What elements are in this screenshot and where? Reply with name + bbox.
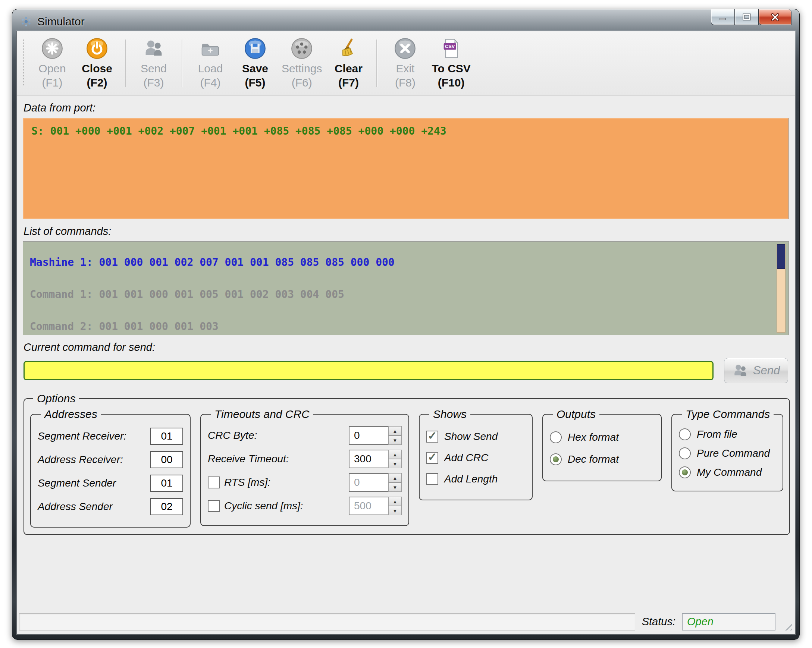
titlebar[interactable]: Simulator: [17, 9, 795, 31]
pure-command-label: Pure Command: [697, 447, 770, 459]
toolbar-tocsv-key: (F10): [438, 76, 465, 90]
spinner-down-button[interactable]: [388, 436, 402, 445]
my-command-radio[interactable]: [679, 467, 691, 478]
crc-byte-spinner: 0: [349, 426, 402, 445]
toolbar-exit-key: (F8): [395, 76, 415, 90]
receive-timeout-label: Receive Timeout:: [208, 453, 289, 465]
receive-timeout-value[interactable]: 300: [349, 450, 388, 468]
address-receiver-input[interactable]: [150, 451, 183, 468]
command-list[interactable]: Mashine 1: 001 000 001 002 007 001 001 0…: [23, 241, 789, 335]
segment-sender-input[interactable]: [150, 475, 183, 492]
current-command-label: Current command for send:: [23, 341, 788, 354]
rts-value[interactable]: 0: [349, 473, 388, 492]
my-command-label: My Command: [697, 467, 762, 478]
address-receiver-label: Address Receiver:: [38, 454, 123, 466]
status-value-field: Open: [682, 613, 775, 630]
segment-receiver-label: Segment Receiver:: [38, 430, 127, 442]
simulator-window: Simulator: [12, 9, 800, 640]
shows-group: Shows Show Send Add CRC Add Length: [419, 408, 533, 500]
close-button[interactable]: [759, 9, 792, 25]
rts-checkbox[interactable]: [208, 476, 220, 488]
add-crc-label: Add CRC: [444, 452, 488, 464]
toolbar-gripper[interactable]: [23, 40, 24, 87]
maximize-button[interactable]: [735, 9, 759, 25]
cyclic-send-checkbox[interactable]: [208, 500, 220, 512]
data-from-port-view[interactable]: S: 001 +000 +001 +002 +007 +001 +001 +08…: [23, 118, 789, 219]
list-scrollbar[interactable]: [777, 244, 786, 332]
show-send-label: Show Send: [444, 431, 498, 442]
send-row: Send: [23, 358, 788, 383]
data-from-port-text: S: 001 +000 +001 +002 +007 +001 +001 +08…: [31, 125, 446, 137]
rts-spinner: 0: [349, 473, 402, 492]
crc-byte-value[interactable]: 0: [349, 426, 388, 445]
toolbar-button-load[interactable]: Load (F4): [189, 37, 232, 90]
toolbar: Open (F1) Close (F2): [17, 31, 795, 96]
type-commands-group: Type Commands From file Pure Command My …: [672, 408, 783, 491]
pure-command-row: Pure Command: [679, 447, 776, 459]
spinner-up-button[interactable]: [388, 450, 402, 459]
options-legend: Options: [33, 392, 79, 405]
csv-file-icon: CSV: [440, 37, 462, 59]
dec-format-radio[interactable]: [550, 453, 562, 465]
window-title: Simulator: [37, 15, 85, 28]
client-area: Open (F1) Close (F2): [17, 31, 795, 634]
command-list-item[interactable]: Mashine 1: 001 000 001 002 007 001 001 0…: [30, 246, 768, 278]
toolbar-button-settings[interactable]: Settings (F6): [279, 37, 325, 90]
close-icon: [770, 13, 780, 21]
from-file-radio[interactable]: [679, 428, 691, 440]
toolbar-button-clear[interactable]: Clear (F7): [327, 37, 369, 90]
list-scrollbar-thumb[interactable]: [777, 244, 785, 269]
toolbar-tocsv-label: To CSV: [432, 62, 470, 75]
spinner-up-button[interactable]: [388, 497, 402, 506]
toolbar-button-close[interactable]: Close (F2): [76, 37, 118, 90]
toolbar-separator: [376, 40, 377, 87]
add-length-label: Add Length: [444, 473, 498, 485]
minimize-button[interactable]: [711, 9, 735, 25]
toolbar-open-label: Open: [38, 62, 66, 75]
pure-command-radio[interactable]: [679, 447, 691, 459]
spinner-up-button[interactable]: [388, 426, 402, 436]
address-sender-input[interactable]: [150, 498, 183, 515]
toolbar-button-send[interactable]: Send (F3): [133, 37, 175, 90]
type-commands-legend: Type Commands: [682, 408, 774, 421]
caption-buttons: [711, 9, 792, 25]
add-length-checkbox[interactable]: [426, 473, 438, 485]
toolbar-button-open[interactable]: Open (F1): [31, 37, 73, 90]
shows-legend: Shows: [429, 408, 470, 421]
timeouts-crc-legend: Timeouts and CRC: [211, 408, 313, 421]
toolbar-send-label: Send: [140, 62, 167, 75]
send-button[interactable]: Send: [724, 358, 788, 383]
command-list-item[interactable]: Command 1: 001 001 000 001 005 001 002 0…: [30, 278, 768, 310]
show-send-checkbox[interactable]: [426, 431, 438, 442]
resize-grip[interactable]: [782, 621, 792, 630]
from-file-label: From file: [697, 428, 737, 440]
send-people-icon: [732, 362, 749, 379]
add-crc-row: Add CRC: [426, 452, 525, 464]
send-button-label: Send: [753, 364, 780, 377]
add-crc-checkbox[interactable]: [426, 452, 438, 464]
toolbar-button-to-csv[interactable]: CSV To CSV (F10): [429, 37, 473, 90]
command-list-item[interactable]: Command 2: 001 001 000 001 003: [30, 310, 768, 335]
spinner-down-button[interactable]: [388, 482, 402, 492]
spinner-up-button[interactable]: [388, 473, 402, 482]
toolbar-save-label: Save: [242, 62, 268, 75]
cyclic-send-value[interactable]: 500: [349, 497, 388, 515]
options-group: Options Addresses Segment Receiver: Addr…: [23, 392, 790, 535]
segment-receiver-input[interactable]: [150, 428, 183, 445]
crc-byte-row: CRC Byte: 0: [208, 426, 402, 445]
status-bar: Status: Open: [17, 609, 795, 634]
outputs-legend: Outputs: [553, 408, 599, 421]
toolbar-button-exit[interactable]: Exit (F8): [384, 37, 426, 90]
spinner-down-button[interactable]: [388, 506, 402, 515]
maximize-icon: [742, 13, 751, 21]
spinner-down-button[interactable]: [388, 459, 402, 468]
toolbar-open-key: (F1): [42, 76, 63, 90]
dec-format-label: Dec format: [568, 453, 619, 465]
hex-format-radio[interactable]: [550, 431, 562, 443]
status-message-field: [19, 613, 635, 630]
current-command-input[interactable]: [23, 361, 714, 380]
cyclic-send-label: Cyclic send [ms]:: [224, 500, 303, 512]
toolbar-save-key: (F5): [245, 76, 266, 90]
outputs-group: Outputs Hex format Dec format: [542, 408, 662, 481]
toolbar-button-save[interactable]: Save (F5): [234, 37, 276, 90]
